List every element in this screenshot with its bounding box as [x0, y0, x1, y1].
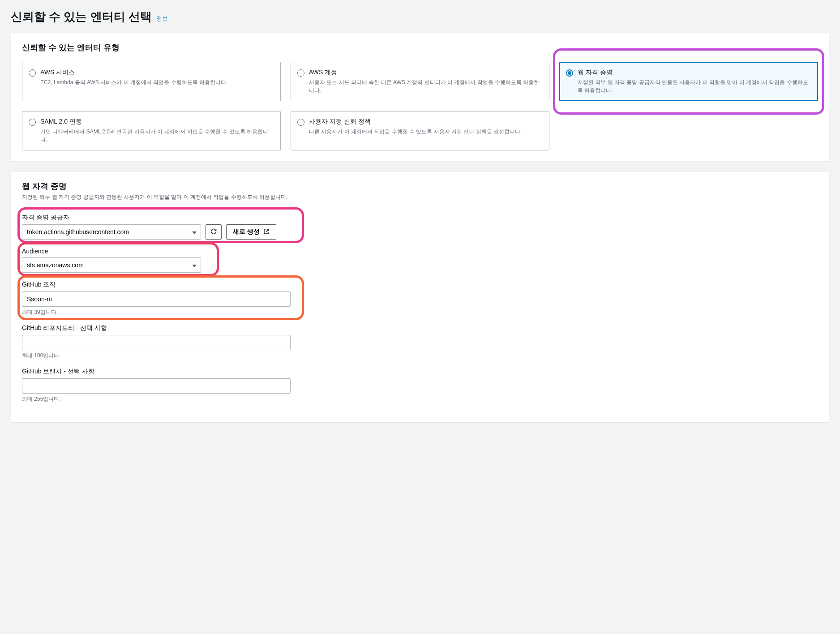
refresh-icon	[210, 228, 217, 236]
audience-block: Audience	[22, 248, 818, 273]
option-web-identity-wrap: 웹 자격 증명 지정된 외부 웹 자격 증명 공급자와 연동된 사용자가 이 역…	[559, 62, 818, 101]
web-identity-panel: 웹 자격 증명 지정된 외부 웹 자격 증명 공급자와 연동된 사용자가 이 역…	[11, 171, 829, 422]
github-repo-label: GitHub 리포지토리 - 선택 사항	[22, 324, 818, 332]
radio-icon	[297, 69, 304, 77]
create-new-button[interactable]: 새로 생성	[226, 224, 276, 240]
github-repo-helper: 최대 100입니다.	[22, 352, 818, 360]
option-saml[interactable]: SAML 2.0 연동 기업 디렉터리에서 SAML 2.0과 연동된 사용자가…	[22, 111, 281, 150]
page-title: 신뢰할 수 있는 엔터티 선택	[11, 9, 152, 25]
option-desc: 기업 디렉터리에서 SAML 2.0과 연동된 사용자가 이 계정에서 작업을 …	[40, 128, 273, 144]
identity-provider-block: 자격 증명 공급자 새로 생성	[22, 214, 818, 240]
github-branch-label: GitHub 브랜치 - 선택 사항	[22, 368, 818, 376]
option-desc: 지정된 외부 웹 자격 증명 공급자와 연동된 사용자가 이 역할을 맡아 이 …	[578, 78, 810, 94]
github-repo-block: GitHub 리포지토리 - 선택 사항 최대 100입니다.	[22, 324, 818, 360]
radio-icon	[297, 119, 304, 126]
option-title: 사용자 지정 신뢰 정책	[309, 118, 542, 126]
option-aws-service[interactable]: AWS 서비스 EC2, Lambda 등의 AWS 서비스가 이 계정에서 작…	[22, 62, 281, 101]
option-custom-trust[interactable]: 사용자 지정 신뢰 정책 다른 사용자가 이 계정에서 작업을 수행할 수 있도…	[291, 111, 549, 150]
panel-title-web-identity: 웹 자격 증명	[22, 181, 818, 192]
github-org-label: GitHub 조직	[22, 281, 818, 289]
github-org-helper: 최대 39입니다.	[22, 308, 818, 316]
option-desc: 사용자 또는 서드 파티에 속한 다른 AWS 계정의 엔터티가 이 계정에서 …	[309, 78, 542, 94]
audience-select[interactable]	[22, 257, 201, 273]
github-repo-input[interactable]	[22, 335, 291, 350]
option-title: SAML 2.0 연동	[40, 118, 273, 126]
github-org-block: GitHub 조직 최대 39입니다.	[22, 281, 818, 316]
trusted-entity-type-panel: 신뢰할 수 있는 엔터티 유형 AWS 서비스 EC2, Lambda 등의 A…	[11, 33, 829, 162]
refresh-button[interactable]	[206, 224, 222, 240]
option-web-identity[interactable]: 웹 자격 증명 지정된 외부 웹 자격 증명 공급자와 연동된 사용자가 이 역…	[559, 62, 818, 101]
option-title: AWS 계정	[309, 69, 542, 77]
audience-label: Audience	[22, 248, 818, 255]
radio-icon	[29, 69, 36, 77]
create-new-label: 새로 생성	[233, 228, 260, 236]
identity-provider-select[interactable]	[22, 224, 201, 240]
option-desc: 다른 사용자가 이 계정에서 작업을 수행할 수 있도록 사용자 지정 신뢰 정…	[309, 128, 542, 136]
identity-provider-label: 자격 증명 공급자	[22, 214, 818, 222]
option-desc: EC2, Lambda 등의 AWS 서비스가 이 계정에서 작업을 수행하도록…	[40, 78, 273, 86]
panel-subtitle: 지정된 외부 웹 자격 증명 공급자와 연동된 사용자가 이 역할을 맡아 이 …	[22, 193, 818, 201]
entity-type-options: AWS 서비스 EC2, Lambda 등의 AWS 서비스가 이 계정에서 작…	[22, 62, 818, 150]
radio-icon	[566, 69, 573, 77]
identity-provider-value[interactable]	[22, 224, 201, 240]
audience-value[interactable]	[22, 257, 201, 273]
github-branch-block: GitHub 브랜치 - 선택 사항 최대 255입니다.	[22, 368, 818, 403]
github-branch-input[interactable]	[22, 378, 291, 394]
option-title: 웹 자격 증명	[578, 69, 810, 77]
page-header: 신뢰할 수 있는 엔터티 선택 정보	[11, 9, 829, 25]
option-aws-account[interactable]: AWS 계정 사용자 또는 서드 파티에 속한 다른 AWS 계정의 엔터티가 …	[291, 62, 549, 101]
info-link[interactable]: 정보	[156, 15, 168, 23]
github-branch-helper: 최대 255입니다.	[22, 395, 818, 403]
radio-icon	[29, 119, 36, 126]
github-org-input[interactable]	[22, 291, 291, 307]
external-link-icon	[263, 228, 270, 236]
option-title: AWS 서비스	[40, 69, 273, 77]
panel-title-entity-type: 신뢰할 수 있는 엔터티 유형	[22, 42, 818, 53]
